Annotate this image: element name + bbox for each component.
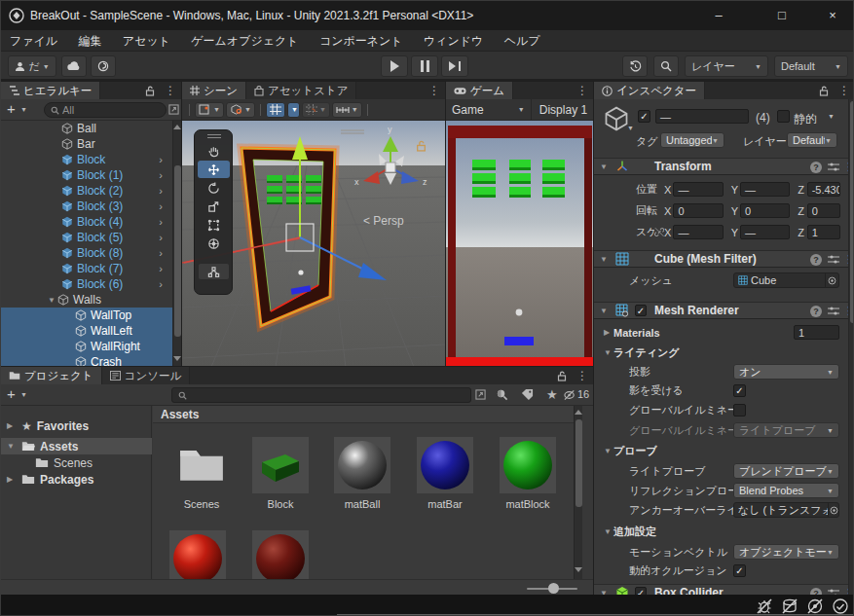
panel-menu-icon[interactable]: ⋮: [834, 82, 854, 99]
link-off-icon[interactable]: [654, 227, 664, 237]
hierarchy-search[interactable]: [44, 102, 167, 118]
scroll-down-icon[interactable]: [575, 567, 582, 572]
palette-grip[interactable]: [206, 133, 222, 139]
prefab-open-arrow[interactable]: ›: [159, 200, 163, 212]
prefab-open-arrow[interactable]: ›: [159, 247, 163, 259]
project-search[interactable]: [171, 387, 471, 403]
object-picker-icon[interactable]: [825, 273, 838, 287]
menu-component[interactable]: コンポーネント: [311, 30, 412, 53]
scrollbar-thumb[interactable]: [174, 165, 181, 337]
foldout-icon[interactable]: ▼: [600, 307, 610, 315]
additional-settings-foldout[interactable]: ▼ 追加設定: [604, 525, 656, 539]
snap-increment-button[interactable]: ▼: [332, 102, 362, 118]
gi-mode-dropdown[interactable]: ライトプローブ▼: [733, 422, 839, 438]
game-mode-dropdown[interactable]: Game ▼: [446, 99, 532, 120]
hierarchy-item-walls[interactable]: ▼Walls: [1, 292, 172, 308]
display-dropdown[interactable]: Display 1: [534, 103, 593, 117]
open-in-window-icon[interactable]: [475, 389, 486, 400]
scrollbar-thumb[interactable]: [576, 419, 582, 507]
create-button[interactable]: +: [7, 385, 16, 402]
grid-snapping-button[interactable]: ▼: [302, 102, 330, 118]
project-search-input[interactable]: [190, 389, 464, 401]
panel-menu-icon[interactable]: ⋮: [572, 82, 593, 99]
static-chevron-icon[interactable]: ▼: [828, 113, 835, 120]
foldout-icon[interactable]: ▶: [604, 328, 613, 337]
scrollbar-thumb[interactable]: [850, 101, 854, 323]
menu-file[interactable]: ファイル: [1, 30, 66, 53]
hierarchy-item-prefab[interactable]: Block (2)›: [1, 183, 172, 199]
scene-viewport[interactable]: y x z < Persp: [182, 121, 446, 367]
hierarchy-search-input[interactable]: [62, 104, 160, 116]
prefab-open-arrow[interactable]: ›: [159, 185, 163, 197]
position-y-field[interactable]: —: [740, 182, 790, 197]
tool-handle-rotation-button[interactable]: ▼: [226, 102, 255, 118]
tab-inspector[interactable]: インスペクター: [594, 82, 705, 99]
icon-chevron-icon[interactable]: ▼: [627, 125, 634, 131]
layout-dropdown[interactable]: Default▼: [774, 55, 848, 77]
motion-vectors-dropdown[interactable]: オブジェクトモーション▼: [733, 544, 839, 560]
maximize-button[interactable]: □: [760, 1, 804, 30]
menu-window[interactable]: ウィンドウ: [415, 30, 492, 53]
help-icon[interactable]: ?: [810, 253, 822, 266]
minimize-button[interactable]: –: [696, 1, 741, 30]
name-field[interactable]: —: [655, 109, 749, 124]
open-in-window-icon[interactable]: [168, 104, 179, 115]
materials-count-field[interactable]: 1: [794, 325, 839, 340]
inspector-scrollbar[interactable]: [848, 99, 854, 596]
hierarchy-item-prefab[interactable]: Block (7)›: [1, 261, 172, 276]
create-chevron-icon[interactable]: ▼: [20, 391, 27, 398]
tag-dropdown[interactable]: Untagged▼: [660, 132, 724, 148]
asset-scenes[interactable]: [172, 437, 231, 493]
search-by-label-icon[interactable]: [521, 388, 534, 401]
help-icon[interactable]: ?: [810, 161, 822, 173]
rotation-z-field[interactable]: 0: [807, 203, 840, 218]
tab-hierarchy[interactable]: ヒエラルキー: [1, 82, 100, 99]
transform-header[interactable]: ▼ Transform ? ⋮: [594, 158, 848, 175]
layers-dropdown[interactable]: レイヤー▼: [685, 55, 768, 77]
prefab-open-arrow[interactable]: ›: [159, 278, 163, 290]
lock-icon[interactable]: [140, 82, 160, 99]
asset-matblock[interactable]: [500, 437, 556, 493]
menu-edit[interactable]: 編集: [69, 30, 110, 53]
transform-tool-button[interactable]: [198, 235, 230, 252]
foldout-icon[interactable]: ▼: [7, 442, 17, 451]
menu-gameobject[interactable]: ゲームオブジェクト: [182, 30, 307, 53]
scale-z-field[interactable]: 1: [807, 225, 840, 239]
hierarchy-item-prefab[interactable]: Block (5)›: [1, 230, 172, 245]
anchor-object-field[interactable]: なし (トランスフォーム): [733, 502, 839, 518]
scroll-up-icon[interactable]: [575, 410, 582, 415]
tree-packages[interactable]: ▶ Packages: [1, 471, 152, 488]
hierarchy-item-prefab[interactable]: Block (4)›: [1, 214, 172, 230]
project-scrollbar[interactable]: [574, 406, 582, 579]
pause-button[interactable]: [411, 55, 438, 77]
close-button[interactable]: ×: [810, 1, 854, 30]
create-chevron-icon[interactable]: ▼: [20, 106, 27, 113]
object-picker-icon[interactable]: [828, 503, 838, 517]
scene-lock-icon[interactable]: [416, 140, 427, 152]
foldout-icon[interactable]: ▼: [48, 296, 57, 305]
plastic-scm-button[interactable]: [91, 55, 116, 77]
rotation-y-field[interactable]: 0: [740, 203, 790, 218]
menu-assets[interactable]: アセット: [114, 30, 179, 53]
probes-foldout[interactable]: ▼ プローブ: [604, 444, 657, 458]
play-button[interactable]: [381, 55, 408, 77]
static-checkbox[interactable]: [777, 110, 790, 123]
search-by-type-icon[interactable]: [496, 388, 508, 401]
progress-status-icon[interactable]: [832, 598, 849, 615]
move-tool-button[interactable]: [198, 161, 230, 178]
hierarchy-item-prefab[interactable]: Block›: [1, 152, 172, 167]
tab-scene[interactable]: シーン: [182, 82, 246, 99]
grid-visibility-button[interactable]: [266, 102, 285, 118]
scale-y-field[interactable]: —: [740, 225, 790, 239]
receive-shadows-checkbox[interactable]: ✓: [733, 384, 746, 397]
tab-project[interactable]: プロジェクト: [1, 367, 102, 384]
account-button[interactable]: だ▼: [8, 55, 56, 77]
mesh-renderer-enabled-checkbox[interactable]: ✓: [635, 305, 647, 316]
asset-matwall[interactable]: [252, 530, 309, 579]
hierarchy-item-prefab[interactable]: Block (6)›: [1, 276, 172, 292]
dynamic-occlusion-checkbox[interactable]: ✓: [733, 564, 746, 577]
presets-icon[interactable]: [828, 163, 839, 172]
rotation-x-field[interactable]: 0: [673, 203, 723, 218]
foldout-icon[interactable]: ▶: [7, 421, 17, 430]
scale-x-field[interactable]: —: [673, 225, 723, 239]
